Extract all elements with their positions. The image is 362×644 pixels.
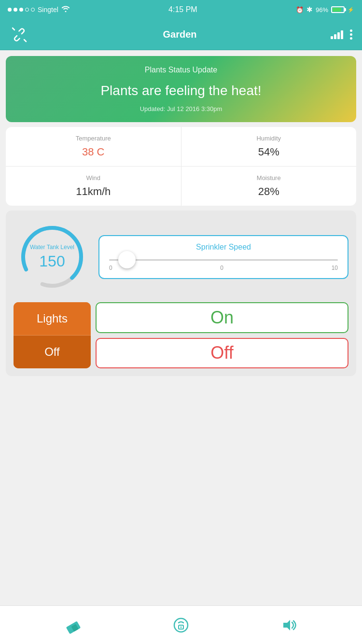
battery-indicator [331, 6, 345, 13]
humidity-label: Humidity [191, 135, 347, 142]
sprinkler-title: Sprinkler Speed [107, 243, 340, 252]
slider-max: 10 [332, 265, 338, 271]
main-content: Plants Status Update Plants are feeling … [0, 50, 362, 605]
svg-line-0 [24, 40, 26, 42]
wind-value: 11km/h [15, 185, 171, 198]
alarm-icon: ⏰ [296, 6, 304, 14]
lights-label-column: Lights Off [14, 302, 91, 368]
slider-labels: 0 0 10 [109, 265, 338, 271]
charging-icon: ⚡ [348, 7, 354, 13]
status-card-updated: Updated: Jul 12 2016 3:30pm [15, 105, 347, 112]
lights-section: Lights Off On Off [14, 302, 348, 368]
humidity-value: 54% [191, 146, 347, 158]
nav-left-icon[interactable] [10, 25, 29, 44]
bar-1 [331, 36, 333, 39]
volume-tab[interactable] [277, 613, 301, 637]
battery-body [331, 6, 345, 13]
bar-4 [341, 30, 343, 39]
nav-bar: Garden [0, 19, 362, 50]
water-tank-value: 150 [39, 252, 65, 270]
wind-label: Wind [15, 174, 171, 182]
nav-right [331, 29, 352, 40]
temperature-value: 38 C [15, 146, 171, 158]
status-card-message: Plants are feeling the heat! [15, 83, 347, 98]
lights-buttons-column: On Off [96, 302, 348, 368]
eraser-tab[interactable] [61, 613, 85, 637]
carrier-label: Singtel [38, 6, 58, 14]
slider-min: 0 [109, 265, 112, 271]
lights-off-label: Off [14, 336, 91, 368]
svg-line-1 [13, 28, 14, 30]
nav-title: Garden [163, 29, 196, 40]
lights-label: Lights [14, 302, 91, 336]
status-left: Singtel [8, 5, 70, 14]
moisture-label: Moisture [191, 174, 347, 182]
controls-card: Water Tank Level 150 Sprinkler Speed 0 0… [6, 210, 356, 376]
lights-off-button[interactable]: Off [96, 338, 348, 369]
sprinkler-control: Sprinkler Speed 0 0 10 [98, 235, 348, 279]
bar-3 [337, 32, 340, 39]
water-tank-label: Water Tank Level [30, 244, 74, 251]
status-right: ⏰ ✱ 96% ⚡ [296, 5, 354, 14]
time-display: 4:15 PM [168, 5, 197, 14]
bluetooth-icon: ✱ [306, 5, 313, 14]
lock-tab[interactable] [169, 613, 193, 637]
status-card-title: Plants Status Update [15, 66, 347, 74]
slider-thumb[interactable] [118, 251, 136, 268]
tab-bar [0, 605, 362, 644]
dot-2 [14, 8, 17, 12]
dot-3 [19, 8, 23, 12]
off-button-label: Off [210, 343, 233, 363]
wifi-icon [61, 5, 70, 14]
wind-cell: Wind 11km/h [6, 167, 181, 206]
temperature-cell: Temperature 38 C [6, 127, 181, 166]
status-bar: Singtel 4:15 PM ⏰ ✱ 96% ⚡ [0, 0, 362, 19]
dot-5 [31, 8, 35, 12]
lights-on-button[interactable]: On [96, 302, 348, 333]
moisture-cell: Moisture 28% [181, 167, 357, 206]
moisture-value: 28% [191, 185, 347, 198]
water-tank-gauge: Water Tank Level 150 [14, 218, 91, 295]
bar-2 [334, 34, 336, 39]
humidity-cell: Humidity 54% [181, 127, 357, 166]
slider-container[interactable]: 0 0 10 [107, 259, 340, 271]
slider-current: 0 [220, 265, 223, 271]
dot-4 [25, 8, 29, 12]
battery-fill [333, 8, 341, 12]
more-menu-icon[interactable] [350, 29, 352, 40]
on-button-label: On [210, 308, 234, 328]
sensor-row-2: Wind 11km/h Moisture 28% [6, 167, 356, 206]
svg-marker-9 [283, 620, 290, 630]
sensor-row-1: Temperature 38 C Humidity 54% [6, 127, 356, 167]
slider-track[interactable] [109, 259, 338, 261]
svg-point-8 [180, 626, 181, 628]
controls-top-row: Water Tank Level 150 Sprinkler Speed 0 0… [14, 218, 348, 295]
dot-1 [8, 8, 12, 12]
signal-bars-icon [331, 30, 343, 39]
signal-dots [8, 8, 35, 12]
battery-percent: 96% [316, 6, 328, 14]
status-card: Plants Status Update Plants are feeling … [6, 56, 356, 122]
sensor-grid: Temperature 38 C Humidity 54% Wind 11km/… [6, 127, 356, 206]
temperature-label: Temperature [15, 135, 171, 142]
